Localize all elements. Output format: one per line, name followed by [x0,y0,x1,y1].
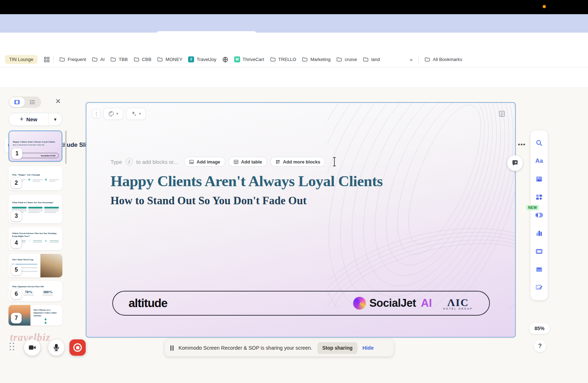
folder-icon [302,56,308,62]
help-button[interactable]: ? [534,340,546,352]
socialjet-logo: SocialJet [369,297,416,310]
block-drag-handle[interactable]: ⋮ [92,109,101,118]
insert-toolbar: Aa [531,131,548,300]
slide-subtitle[interactable]: How to Stand Out So You Don't Fade Out [111,194,307,207]
slide-thumbnail-7[interactable]: The 5 Phases of a Signature Cruise Clien… [9,305,62,326]
placeholder-text: Type [111,159,122,165]
bookmark-land[interactable]: land [360,55,383,64]
gamma-header: G ❯ DRAFT: Altitude Slides Theme Share A… [0,67,588,88]
recording-indicator-dot [543,5,546,8]
screen-share-bar: Kommodo Screen Recorder & SOP is sharing… [165,339,394,356]
bookmarks-bar: TIN Lounge Frequent AI TBB CBB MONEY T T… [0,52,588,67]
microphone-toggle-button[interactable] [48,339,64,356]
slide-thumbnail-1[interactable]: Happy Clients Aren't Always Loyal Client… [9,131,62,162]
slide-title[interactable]: Happy Clients Aren't Always Loyal Client… [111,172,383,190]
traveljoy-icon: T [188,56,194,62]
slide-thumbnail-4[interactable]: Which Travel Advisor Vibe Are You Workin… [9,227,62,250]
new-slide-button[interactable]: +New [9,116,48,123]
bookmarks-divider [418,56,419,63]
bookmark-tbb[interactable]: TBB [107,55,130,64]
card-template-icon[interactable] [498,110,506,118]
card-ai-button[interactable]: ▼ [126,108,146,120]
add-image-button[interactable]: Add image [184,157,225,167]
embed-icon[interactable] [535,265,543,274]
apps-grid-icon[interactable] [43,56,50,63]
thumb-photo-laptop [40,254,62,277]
thumbnail-scrollbar[interactable] [65,131,67,164]
slide-number-badge: 6 [11,289,22,299]
folder-icon [363,56,369,62]
browser-tab-strip: 15 Inbox (10) - hello@travelbizb ✕ G DRA… [0,14,588,33]
filmstrip-view-icon[interactable] [9,97,25,107]
search-icon[interactable] [535,139,543,147]
hide-link[interactable]: Hide [362,345,373,351]
folder-icon [59,56,65,62]
all-bookmarks[interactable]: All Bookmarks [422,55,465,64]
slide-number-badge: 1 [12,148,22,159]
image-icon[interactable] [535,175,543,183]
slide-logo-bar: altitude SocialJet AI ΛIC HOTEL GROUP [112,291,490,316]
folder-icon [92,56,98,62]
thumb-title: What Kind of Clients Are You Attracting? [9,195,62,204]
card-color-button[interactable]: ▼ [103,108,123,120]
thumb-title: Happy Clients Aren't Always Loyal Client… [13,140,58,143]
bookmark-globe[interactable] [219,55,231,64]
macos-menubar [0,0,588,14]
bookmark-frequent[interactable]: Frequent [56,55,89,64]
text-style-icon[interactable]: Aa [535,157,543,165]
folder-icon [157,56,163,62]
bookmark-traveljoy[interactable]: T TravelJoy [185,55,219,64]
bookmark-cbb[interactable]: CBB [131,55,154,64]
theme-toggle-icon[interactable] [535,211,543,220]
slide-thumbnail-3[interactable]: What Kind of Clients Are You Attracting?… [9,195,62,223]
new-feature-badge: NEW [526,205,539,210]
list-view-icon[interactable] [25,97,40,107]
slide-canvas[interactable]: ⋮ ▼ ▼ Type / to add blocks or... Add ima… [86,102,516,338]
altitude-logo: altitude [129,296,167,310]
slide-thumbnail-6[interactable]: Why Signature Service Pays Off 70% 300% … [9,281,62,301]
thumb-title: Which Travel Advisor Vibe Are You Workin… [9,227,62,238]
bookmark-money[interactable]: MONEY [154,55,185,64]
bookmark-marketing[interactable]: Marketing [299,55,333,64]
bookmarks-overflow-chevrons[interactable]: » [407,55,415,64]
slide-thumbnail-2[interactable]: Why "Happy" Isn't Enough 2 [9,166,62,190]
stop-recording-button[interactable] [69,339,86,356]
bookmark-thrivecart[interactable]: W ThriveCart [231,55,267,64]
thumbnail-view-toggle[interactable] [9,96,41,108]
bookmark-ai[interactable]: AI [89,55,107,64]
chart-icon[interactable] [535,229,543,238]
bookmark-cruise[interactable]: cruise [333,55,360,64]
folder-icon [110,56,116,62]
slide-thumbnail-5[interactable]: The Client Word Gap 5 [9,254,62,277]
close-panel-icon[interactable]: ✕ [55,97,61,105]
camera-icon [28,343,36,352]
tab-group-chip[interactable]: TIN Lounge [5,55,38,64]
new-slide-split-button[interactable]: +New ▼ [9,113,62,126]
blocks-icon [275,159,281,165]
video-icon[interactable] [535,247,543,256]
recorder-drag-handle[interactable] [10,343,14,350]
comment-bubble-icon [511,159,519,167]
new-dropdown-chevron-icon[interactable]: ▼ [49,117,62,122]
globe-icon [222,56,228,63]
slide-number-badge: 2 [11,178,22,188]
thumb-stat: 300% [43,290,53,294]
slash-shortcut-icon: / [125,158,133,166]
placeholder-text: to add blocks or... [136,159,178,165]
share-bar-grip[interactable] [170,345,174,351]
add-table-button[interactable]: Add table [228,157,267,167]
zoom-level[interactable]: 85% [529,323,550,334]
add-comment-button[interactable] [507,155,523,171]
add-block-placeholder-row: Type / to add blocks or... Add image Add… [111,157,337,167]
form-edit-icon[interactable] [535,283,543,292]
add-blocks-icon[interactable] [535,193,543,201]
add-more-blocks-button[interactable]: Add more blocks [270,157,325,167]
folder-icon [134,56,140,62]
folder-icon [424,56,430,62]
swirl-line-art [327,102,516,309]
header-more-icon[interactable]: ••• [518,141,526,149]
stop-sharing-button[interactable]: Stop sharing [317,342,358,354]
microphone-icon [52,343,61,352]
bookmark-trello[interactable]: TRELLO [267,55,299,64]
camera-toggle-button[interactable] [24,339,40,356]
